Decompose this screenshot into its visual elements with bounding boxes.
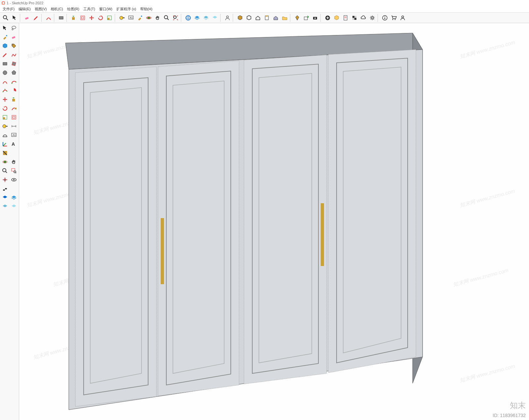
user-icon[interactable]	[398, 14, 407, 22]
orbit2-icon[interactable]	[1, 158, 9, 166]
zoom-icon[interactable]	[162, 14, 171, 22]
menu-view[interactable]: 视图(V)	[35, 7, 47, 12]
layer-c-icon[interactable]	[1, 202, 9, 211]
scale2-icon[interactable]	[1, 113, 9, 122]
rotate-icon[interactable]	[96, 14, 105, 22]
paintbucket-icon[interactable]	[1, 33, 9, 41]
section-icon[interactable]	[1, 149, 9, 157]
cloud-icon[interactable]	[359, 14, 368, 22]
menu-edit[interactable]: 编辑(E)	[19, 7, 31, 12]
tape-icon[interactable]	[118, 14, 126, 22]
rectangle-icon[interactable]	[1, 59, 9, 68]
package-icon[interactable]	[332, 14, 341, 22]
doc-icon[interactable]	[341, 14, 350, 22]
menu-extensions[interactable]: 扩展程序 (x)	[116, 7, 136, 12]
layers2-icon[interactable]	[202, 14, 210, 22]
select-icon[interactable]	[10, 14, 19, 22]
menu-draw[interactable]: 绘图(R)	[67, 7, 79, 12]
cube2-icon[interactable]	[245, 14, 253, 22]
look-icon[interactable]	[10, 175, 18, 184]
svg-point-41	[385, 16, 385, 17]
zoomext-icon[interactable]	[171, 14, 180, 22]
protractor-icon[interactable]	[1, 131, 9, 139]
text3d-icon[interactable]: A	[10, 140, 18, 148]
walk-icon[interactable]	[1, 184, 9, 193]
rotate2-icon[interactable]	[1, 104, 9, 113]
rotrect-icon[interactable]	[10, 59, 18, 68]
layer-d-icon[interactable]	[10, 202, 18, 211]
svg-rect-1	[2, 2, 4, 4]
pie-icon[interactable]	[10, 86, 18, 95]
menu-window[interactable]: 窗口(W)	[99, 7, 112, 12]
svg-point-85	[5, 188, 7, 189]
eraser-icon[interactable]	[23, 14, 31, 22]
app-logo-icon	[1, 1, 5, 5]
svg-point-43	[395, 19, 396, 20]
svg-line-80	[16, 172, 16, 173]
text-icon[interactable]: A1	[127, 14, 135, 22]
arc2pt-icon[interactable]	[10, 77, 18, 86]
cart-icon[interactable]	[389, 14, 398, 22]
dimension-icon[interactable]	[10, 122, 18, 131]
label-icon[interactable]: A1	[10, 131, 18, 139]
clipboard-icon[interactable]	[263, 14, 271, 22]
layers1-icon[interactable]	[193, 14, 201, 22]
arc2-icon[interactable]	[1, 77, 9, 86]
cursor-icon[interactable]	[1, 24, 9, 32]
arc-icon[interactable]	[44, 14, 53, 22]
zoomwin-icon[interactable]	[10, 167, 18, 175]
pan2-icon[interactable]	[10, 158, 18, 166]
info-icon[interactable]	[381, 14, 389, 22]
polygon-icon[interactable]	[10, 68, 18, 77]
checker-icon[interactable]	[350, 14, 359, 22]
offset-icon[interactable]	[78, 14, 87, 22]
followme-icon[interactable]	[10, 104, 18, 113]
avatar-icon[interactable]	[223, 14, 232, 22]
pencil-icon[interactable]	[1, 51, 9, 59]
globe-icon[interactable]	[184, 14, 192, 22]
line-pencil-icon[interactable]	[32, 14, 40, 22]
open-icon[interactable]	[280, 14, 289, 22]
arc3pt-icon[interactable]	[1, 86, 9, 95]
camera-icon[interactable]	[311, 14, 319, 22]
viewport[interactable]: 知末网 www.znzmo.com 知末网 www.znzmo.com 知末网 …	[19, 23, 529, 420]
svg-point-55	[3, 92, 3, 92]
position-icon[interactable]	[1, 175, 9, 184]
rect-icon[interactable]	[57, 14, 65, 22]
component-icon[interactable]	[1, 42, 9, 50]
orbit-icon[interactable]	[144, 14, 153, 22]
tape2-icon[interactable]	[1, 122, 9, 131]
tag-icon[interactable]	[10, 42, 18, 50]
offset2-icon[interactable]	[10, 113, 18, 122]
plus-icon[interactable]	[323, 14, 332, 22]
menu-file[interactable]: 文件(F)	[3, 7, 15, 12]
circle-icon[interactable]	[1, 68, 9, 77]
eraser2-icon[interactable]	[10, 33, 18, 41]
layer-b-icon[interactable]	[10, 193, 18, 202]
svg-point-38	[371, 17, 373, 19]
menu-help[interactable]: 帮助(H)	[140, 7, 152, 12]
layers3-icon[interactable]	[211, 14, 219, 22]
scale-icon[interactable]	[105, 14, 114, 22]
house2-icon[interactable]	[271, 14, 280, 22]
move-icon[interactable]	[87, 14, 96, 22]
zoom2-icon[interactable]	[1, 167, 9, 175]
export-icon[interactable]	[302, 14, 310, 22]
freehand-icon[interactable]	[10, 51, 18, 59]
pushpull2-icon[interactable]	[10, 95, 18, 104]
pan-icon[interactable]	[153, 14, 162, 22]
layer-a-icon[interactable]	[1, 193, 9, 202]
diamond-icon[interactable]	[293, 14, 302, 22]
model-view[interactable]	[19, 23, 529, 420]
search-icon[interactable]	[1, 14, 10, 22]
paint-icon[interactable]	[136, 14, 144, 22]
gear-icon[interactable]	[368, 14, 377, 22]
cube1-icon[interactable]	[236, 14, 244, 22]
menu-camera[interactable]: 相机(C)	[51, 7, 63, 12]
pushpull-icon[interactable]	[69, 14, 78, 22]
move2-icon[interactable]	[1, 95, 9, 104]
axes-icon[interactable]	[1, 140, 9, 148]
lasso-icon[interactable]	[10, 24, 18, 32]
menu-tools[interactable]: 工具(T)	[83, 7, 95, 12]
house1-icon[interactable]	[254, 14, 262, 22]
